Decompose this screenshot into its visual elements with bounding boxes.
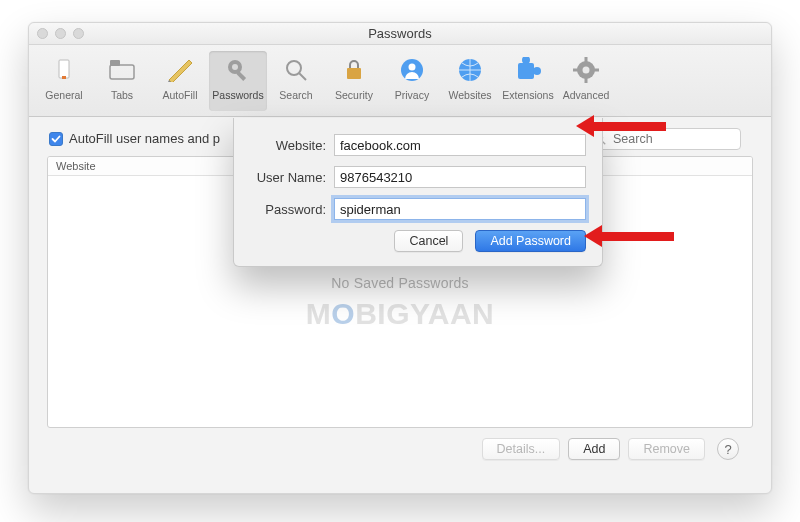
tab-search[interactable]: Search <box>267 51 325 111</box>
svg-rect-9 <box>347 68 361 79</box>
add-button[interactable]: Add <box>568 438 620 460</box>
gear-icon <box>571 55 601 85</box>
sheet-button-row: Cancel Add Password <box>250 230 586 252</box>
watermark-part: M <box>306 297 332 330</box>
tab-tabs[interactable]: Tabs <box>93 51 151 111</box>
key-icon <box>223 55 253 85</box>
svg-rect-2 <box>110 65 134 79</box>
remove-button[interactable]: Remove <box>628 438 705 460</box>
tab-label: Search <box>279 89 312 101</box>
tab-label: Extensions <box>502 89 553 101</box>
window-title: Passwords <box>29 26 771 41</box>
tab-label: Advanced <box>563 89 610 101</box>
titlebar: Passwords <box>29 23 771 45</box>
switch-icon <box>49 55 79 85</box>
screenshot-root: Passwords General Tabs AutoFill <box>0 0 800 522</box>
tab-websites[interactable]: Websites <box>441 51 499 111</box>
search-field[interactable] <box>586 128 741 150</box>
preferences-toolbar: General Tabs AutoFill Passwords <box>29 45 771 117</box>
add-password-sheet: Website: User Name: Password: Cancel Add… <box>233 118 603 267</box>
tab-advanced[interactable]: Advanced <box>557 51 615 111</box>
svg-point-14 <box>533 67 541 75</box>
tab-label: Tabs <box>111 89 133 101</box>
svg-point-7 <box>287 61 301 75</box>
cancel-button[interactable]: Cancel <box>394 230 463 252</box>
lock-icon <box>339 55 369 85</box>
add-password-button[interactable]: Add Password <box>475 230 586 252</box>
tab-label: Privacy <box>395 89 429 101</box>
tab-label: AutoFill <box>162 89 197 101</box>
help-button[interactable]: ? <box>717 438 739 460</box>
window-controls <box>37 28 84 39</box>
watermark-part: O <box>331 297 355 330</box>
tab-privacy[interactable]: Privacy <box>383 51 441 111</box>
search-input[interactable] <box>611 131 734 147</box>
zoom-window-button[interactable] <box>73 28 84 39</box>
svg-rect-13 <box>518 63 534 79</box>
password-field[interactable] <box>334 198 586 220</box>
empty-state-text: No Saved Passwords <box>48 275 752 291</box>
puzzle-icon <box>513 55 543 85</box>
autofill-label: AutoFill user names and p <box>69 131 220 146</box>
minimize-window-button[interactable] <box>55 28 66 39</box>
checkbox-checked-icon[interactable] <box>49 132 63 146</box>
svg-point-5 <box>232 64 238 70</box>
watermark-part: BIGYAAN <box>355 297 494 330</box>
website-row: Website: <box>250 134 586 156</box>
svg-point-15 <box>522 57 530 64</box>
svg-rect-3 <box>110 60 120 66</box>
svg-point-11 <box>409 64 416 71</box>
website-field[interactable] <box>334 134 586 156</box>
username-row: User Name: <box>250 166 586 188</box>
svg-point-17 <box>583 67 590 74</box>
website-label: Website: <box>250 138 334 153</box>
pencil-icon <box>165 55 195 85</box>
tab-label: Passwords <box>212 89 263 101</box>
tab-label: Websites <box>449 89 492 101</box>
details-button[interactable]: Details... <box>482 438 561 460</box>
tab-autofill[interactable]: AutoFill <box>151 51 209 111</box>
svg-line-8 <box>299 73 306 80</box>
password-row: Password: <box>250 198 586 220</box>
privacy-icon <box>397 55 427 85</box>
tab-label: General <box>45 89 82 101</box>
svg-rect-6 <box>236 71 246 81</box>
svg-rect-19 <box>585 78 588 83</box>
globe-icon <box>455 55 485 85</box>
svg-rect-18 <box>585 57 588 62</box>
footer-buttons: Details... Add Remove ? <box>47 428 753 460</box>
tab-extensions[interactable]: Extensions <box>499 51 557 111</box>
preferences-window: Passwords General Tabs AutoFill <box>28 22 772 494</box>
svg-rect-0 <box>59 60 69 78</box>
svg-rect-20 <box>573 69 578 72</box>
tab-general[interactable]: General <box>35 51 93 111</box>
username-label: User Name: <box>250 170 334 185</box>
search-icon <box>281 55 311 85</box>
svg-rect-1 <box>62 76 66 79</box>
watermark: MOBIGYAAN <box>48 297 752 331</box>
tab-passwords[interactable]: Passwords <box>209 51 267 111</box>
close-window-button[interactable] <box>37 28 48 39</box>
password-label: Password: <box>250 202 334 217</box>
tabs-icon <box>107 55 137 85</box>
svg-rect-21 <box>594 69 599 72</box>
tab-label: Security <box>335 89 373 101</box>
username-field[interactable] <box>334 166 586 188</box>
tab-security[interactable]: Security <box>325 51 383 111</box>
